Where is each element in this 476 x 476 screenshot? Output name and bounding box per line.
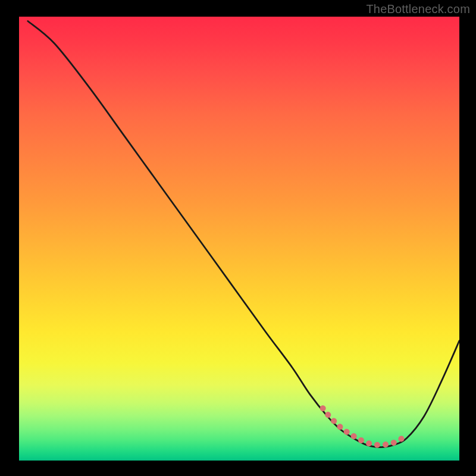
- bottleneck-curve: [28, 21, 459, 447]
- optimal-range-dots: [323, 408, 402, 445]
- curve-svg: [19, 17, 459, 461]
- plot-area: [19, 17, 459, 461]
- chart-frame: TheBottleneck.com: [0, 0, 476, 476]
- watermark-text: TheBottleneck.com: [366, 2, 470, 16]
